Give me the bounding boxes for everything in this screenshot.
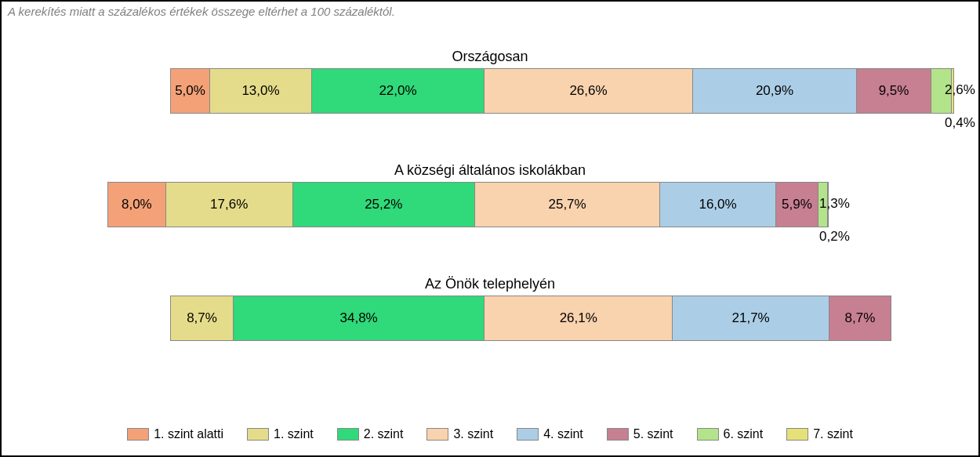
legend-item-l7: 7. szint [786, 427, 853, 441]
bar-holder: 8,0%17,6%25,2%25,7%16,0%5,9%1,3%0,2% [2, 182, 978, 262]
legend-swatch [697, 428, 719, 441]
overflow-label-l6: 2,6% [945, 82, 975, 98]
bar-holder: 8,7%34,8%26,1%21,7%8,7% [2, 296, 978, 341]
segment-l3: 26,6% [484, 68, 692, 114]
legend-item-l0: 1. szint alatti [127, 427, 223, 441]
overflow-label-l7: 0,4% [945, 115, 975, 131]
bar-title: Országosan [2, 49, 978, 65]
legend-item-l3: 3. szint [426, 427, 493, 441]
segment-l2: 34,8% [233, 296, 484, 341]
chart-frame: A kerekítés miatt a százalékos értékek ö… [0, 0, 980, 457]
segment-l1: 8,7% [170, 296, 233, 341]
rounding-note: A kerekítés miatt a százalékos értékek ö… [8, 5, 395, 18]
segment-l5: 8,7% [829, 296, 891, 341]
segment-l5: 5,9% [775, 182, 818, 227]
stacked-bar: 5,0%13,0%22,0%26,6%20,9%9,5% [170, 68, 954, 114]
legend-swatch [786, 428, 808, 441]
segment-l2: 22,0% [311, 68, 484, 114]
legend-label: 5. szint [633, 427, 673, 441]
legend-swatch [607, 428, 629, 441]
legend-item-l2: 2. szint [337, 427, 404, 441]
stacked-bar: 8,0%17,6%25,2%25,7%16,0%5,9% [107, 182, 829, 227]
bar-group: A községi általános iskolákban8,0%17,6%2… [2, 162, 978, 262]
legend-item-l1: 1. szint [247, 427, 314, 441]
legend-label: 6. szint [724, 427, 764, 441]
legend-swatch [127, 428, 149, 441]
legend-item-l5: 5. szint [607, 427, 673, 441]
legend-label: 4. szint [543, 427, 583, 441]
segment-l4: 20,9% [692, 68, 856, 114]
legend-item-l6: 6. szint [697, 427, 764, 441]
segment-l1: 13,0% [209, 68, 311, 114]
legend-swatch [517, 428, 539, 441]
bar-holder: 5,0%13,0%22,0%26,6%20,9%9,5%2,6%0,4% [2, 68, 978, 148]
segment-l4: 16,0% [659, 182, 775, 227]
legend-item-l4: 4. szint [517, 427, 583, 441]
segment-l5: 9,5% [856, 68, 931, 114]
legend: 1. szint alatti1. szint2. szint3. szint4… [2, 427, 978, 441]
legend-swatch [337, 428, 359, 441]
legend-label: 3. szint [453, 427, 493, 441]
segment-l3: 25,7% [474, 182, 660, 227]
segment-l3: 26,1% [484, 296, 672, 341]
chart-area: Országosan5,0%13,0%22,0%26,6%20,9%9,5%2,… [2, 49, 978, 355]
legend-label: 2. szint [364, 427, 404, 441]
segment-l4: 21,7% [672, 296, 829, 341]
segment-l2: 25,2% [292, 182, 474, 227]
legend-swatch [247, 428, 269, 441]
segment-l0: 5,0% [170, 68, 209, 114]
segment-l1: 17,6% [165, 182, 292, 227]
bar-group: Az Önök telephelyén8,7%34,8%26,1%21,7%8,… [2, 276, 978, 341]
overflow-label-l7: 0,2% [819, 229, 850, 245]
stacked-bar: 8,7%34,8%26,1%21,7%8,7% [170, 296, 891, 341]
legend-swatch [426, 428, 448, 441]
overflow-label-l6: 1,3% [819, 196, 850, 212]
legend-label: 7. szint [813, 427, 853, 441]
bar-group: Országosan5,0%13,0%22,0%26,6%20,9%9,5%2,… [2, 49, 978, 148]
legend-label: 1. szint [274, 427, 314, 441]
segment-l0: 8,0% [107, 182, 165, 227]
legend-label: 1. szint alatti [154, 427, 223, 441]
bar-title: A községi általános iskolákban [2, 162, 978, 179]
bar-title: Az Önök telephelyén [2, 276, 978, 292]
